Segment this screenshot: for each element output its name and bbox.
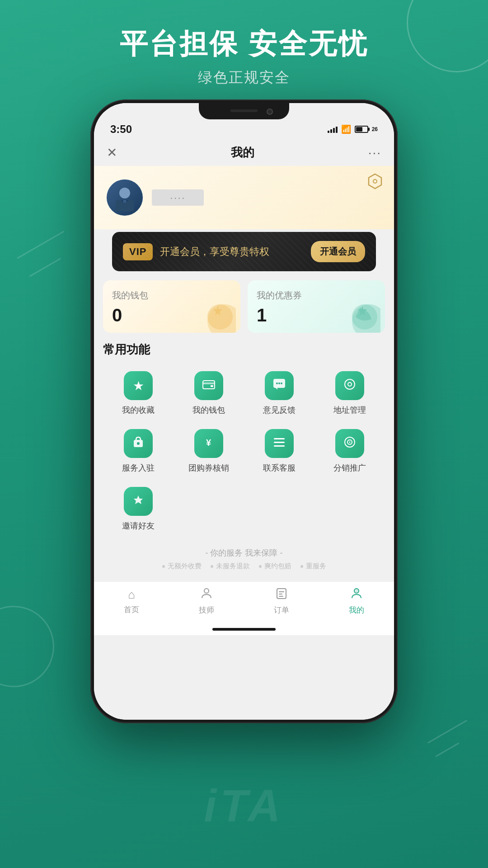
notch	[199, 103, 289, 119]
phone-screen: 3:50 📶 26 ✕ 我的 ···	[94, 103, 394, 720]
notch-camera	[267, 108, 273, 115]
function-service-entry[interactable]: 服务入驻	[103, 425, 174, 482]
function-customer-service[interactable]: 联系客服	[244, 425, 314, 482]
svg-rect-29	[279, 594, 282, 594]
functions-title: 常用功能	[103, 342, 385, 358]
phone-mockup: 3:50 📶 26 ✕ 我的 ···	[90, 99, 398, 723]
signal-bar-4	[336, 127, 338, 133]
svg-marker-0	[369, 174, 381, 189]
battery-icon	[355, 126, 368, 133]
coupon-card[interactable]: 我的优惠券 1	[248, 280, 385, 333]
invite-label: 邀请好友	[122, 520, 155, 531]
orders-label: 订单	[274, 605, 289, 615]
svg-point-13	[278, 382, 280, 384]
bottom-nav: ⌂ 首页 技师	[94, 581, 394, 624]
service-dot-4	[300, 565, 303, 568]
svg-point-15	[345, 379, 355, 389]
svg-rect-9	[203, 382, 215, 384]
function-group-coupon[interactable]: ¥ 团购券核销	[174, 425, 244, 482]
svg-point-1	[373, 179, 377, 183]
signal-bar-1	[328, 131, 329, 133]
distribution-icon	[344, 436, 356, 451]
nav-home[interactable]: ⌂ 首页	[124, 588, 139, 615]
status-icons: 📶 26	[328, 124, 378, 134]
wallet-func-icon-bg	[194, 371, 223, 400]
function-address[interactable]: 地址管理	[314, 367, 385, 425]
cards-row: 我的钱包 0 我的优惠券 1	[94, 271, 394, 333]
function-distribution[interactable]: 分销推广	[314, 425, 385, 482]
home-icon: ⌂	[128, 588, 135, 602]
profile-avatar[interactable]	[107, 179, 143, 216]
svg-rect-21	[274, 442, 285, 443]
navbar-title: 我的	[231, 145, 254, 160]
home-indicator	[212, 628, 276, 631]
status-time: 3:50	[110, 123, 132, 136]
settings-hex-icon[interactable]	[367, 173, 383, 189]
header-title: 平台担保 安全无忧	[0, 27, 488, 61]
service-entry-label: 服务入驻	[122, 462, 155, 473]
vip-banner[interactable]: VIP 开通会员，享受尊贵特权 开通会员	[112, 232, 376, 271]
service-item-3: 爽约包赔	[259, 562, 291, 571]
svg-point-25	[349, 441, 351, 443]
customer-service-icon	[273, 436, 285, 451]
customer-service-icon-bg	[265, 429, 294, 458]
nav-technician[interactable]: 技师	[199, 587, 214, 615]
header-subtitle: 绿色正规安全	[0, 68, 488, 88]
feedback-icon	[273, 378, 286, 393]
service-entry-icon-bg	[124, 429, 153, 458]
profile-name: ····	[152, 189, 204, 206]
technician-icon	[201, 587, 212, 602]
service-guarantee-section: - 你的服务 我来保障 - 无额外收费 未服务退款 爽约包赔	[94, 540, 394, 581]
service-dot-2	[211, 565, 213, 568]
favorites-icon: ★	[133, 378, 144, 393]
favorites-label: 我的收藏	[122, 405, 155, 415]
wallet-func-label: 我的钱包	[192, 405, 225, 415]
svg-point-5	[207, 304, 233, 330]
feedback-label: 意见反馈	[263, 405, 296, 415]
svg-point-2	[119, 188, 130, 198]
signal-bar-3	[333, 128, 335, 133]
close-button[interactable]: ✕	[107, 145, 117, 160]
favorites-icon-bg: ★	[124, 371, 153, 400]
function-invite[interactable]: 邀请好友	[103, 482, 174, 540]
function-wallet[interactable]: 我的钱包	[174, 367, 244, 425]
address-icon-bg	[335, 371, 364, 400]
deco-line-4	[435, 742, 459, 757]
feedback-icon-bg	[265, 371, 294, 400]
deco-line-2	[29, 258, 61, 277]
functions-grid: ★ 我的收藏	[103, 367, 385, 540]
service-item-2: 未服务退款	[211, 562, 250, 571]
bg-circle-bottom-left	[0, 606, 54, 687]
service-item-label-4: 重服务	[306, 562, 326, 571]
vip-lines	[112, 232, 376, 271]
svg-point-16	[348, 382, 352, 386]
home-label: 首页	[124, 604, 139, 615]
service-guarantee-title: - 你的服务 我来保障 -	[103, 547, 385, 558]
svg-point-12	[276, 382, 278, 384]
nav-mine[interactable]: 我的	[349, 587, 364, 615]
service-item-label-1: 无额外收费	[168, 562, 202, 571]
invite-icon-bg	[124, 487, 153, 516]
group-coupon-label: 团购券核销	[188, 462, 229, 473]
svg-rect-22	[274, 445, 285, 447]
wallet-icon	[200, 297, 236, 333]
svg-rect-10	[211, 385, 213, 387]
service-item-4: 重服务	[300, 562, 326, 571]
orders-icon	[276, 587, 287, 602]
profile-info: ····	[107, 179, 381, 216]
service-item-1: 无额外收费	[162, 562, 202, 571]
svg-rect-30	[279, 596, 283, 597]
more-button[interactable]: ···	[368, 146, 381, 160]
address-icon	[344, 378, 356, 393]
wallet-card[interactable]: 我的钱包 0	[103, 280, 240, 333]
ita-watermark: iTA	[204, 780, 284, 832]
svg-text:¥: ¥	[206, 438, 211, 448]
function-feedback[interactable]: 意见反馈	[244, 367, 314, 425]
nav-orders[interactable]: 订单	[274, 587, 289, 615]
distribution-icon-bg	[335, 429, 364, 458]
svg-rect-28	[279, 591, 284, 592]
function-favorites[interactable]: ★ 我的收藏	[103, 367, 174, 425]
service-item-label-3: 爽约包赔	[264, 562, 291, 571]
svg-point-26	[204, 589, 209, 593]
svg-point-18	[137, 442, 140, 445]
